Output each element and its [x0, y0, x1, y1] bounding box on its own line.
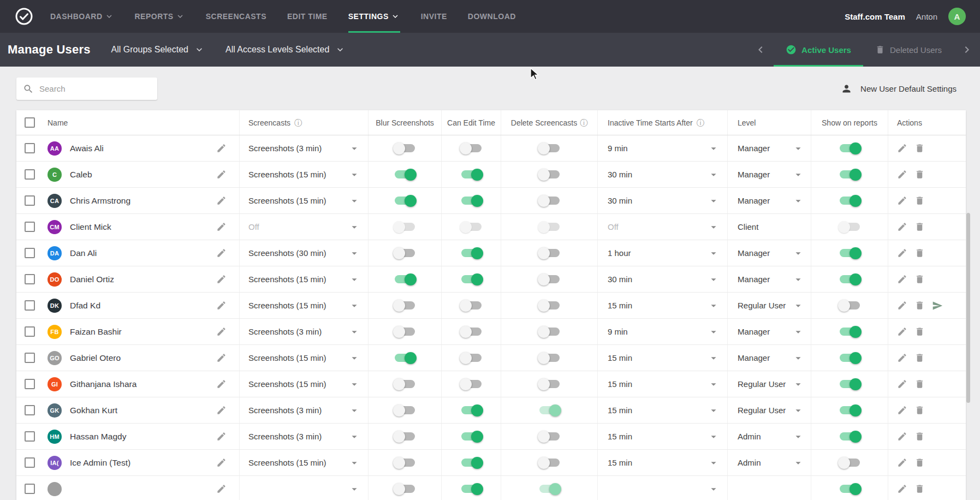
- edit-name-icon[interactable]: [216, 405, 227, 415]
- info-icon[interactable]: ⓘ: [697, 119, 704, 127]
- can-edit-time-toggle[interactable]: [461, 380, 482, 388]
- inactive-time-dropdown[interactable]: 30 min: [597, 188, 727, 213]
- row-checkbox[interactable]: [25, 326, 35, 337]
- row-checkbox[interactable]: [25, 484, 35, 494]
- row-checkbox[interactable]: [25, 379, 35, 389]
- inactive-time-dropdown[interactable]: Off: [597, 214, 727, 240]
- nav-item-invite[interactable]: INVITE: [421, 0, 447, 33]
- edit-name-icon[interactable]: [216, 222, 227, 232]
- edit-name-icon[interactable]: [216, 143, 227, 153]
- level-dropdown[interactable]: Manager: [727, 162, 811, 187]
- delete-user-icon[interactable]: [914, 326, 925, 337]
- screencasts-dropdown[interactable]: Off: [239, 214, 368, 240]
- screencasts-dropdown[interactable]: Screenshots (3 min): [239, 135, 368, 161]
- team-name[interactable]: Staff.com Team: [845, 12, 905, 21]
- screencasts-dropdown[interactable]: Screenshots (15 min): [239, 266, 368, 292]
- nav-item-download[interactable]: DOWNLOAD: [468, 0, 516, 33]
- edit-user-icon[interactable]: [897, 169, 907, 180]
- level-dropdown[interactable]: Manager: [727, 319, 811, 344]
- show-on-reports-toggle[interactable]: [840, 249, 860, 257]
- inactive-time-dropdown[interactable]: 9 min: [597, 135, 727, 161]
- can-edit-time-toggle[interactable]: [461, 197, 482, 205]
- row-checkbox[interactable]: [25, 195, 35, 206]
- can-edit-time-toggle[interactable]: [461, 406, 482, 414]
- edit-name-icon[interactable]: [216, 353, 227, 363]
- show-on-reports-toggle[interactable]: [840, 301, 860, 309]
- blur-screenshots-toggle[interactable]: [395, 406, 415, 414]
- current-user-name[interactable]: Anton: [916, 12, 937, 21]
- delete-user-icon[interactable]: [914, 300, 925, 311]
- info-icon[interactable]: ⓘ: [580, 119, 587, 127]
- screencasts-dropdown[interactable]: Screenshots (15 min): [239, 345, 368, 371]
- show-on-reports-toggle[interactable]: [840, 380, 860, 388]
- screencasts-dropdown[interactable]: Screenshots (3 min): [239, 319, 368, 344]
- app-logo[interactable]: [14, 0, 34, 33]
- screencasts-dropdown[interactable]: Screenshots (15 min): [239, 371, 368, 397]
- inactive-time-dropdown[interactable]: [597, 476, 727, 500]
- blur-screenshots-toggle[interactable]: [395, 197, 415, 205]
- blur-screenshots-toggle[interactable]: [395, 459, 415, 467]
- inactive-time-dropdown[interactable]: 15 min: [597, 450, 727, 475]
- show-on-reports-toggle[interactable]: [840, 485, 860, 493]
- edit-name-icon[interactable]: [216, 484, 227, 494]
- edit-user-icon[interactable]: [897, 222, 907, 232]
- edit-name-icon[interactable]: [216, 379, 227, 389]
- can-edit-time-toggle[interactable]: [461, 223, 482, 231]
- can-edit-time-toggle[interactable]: [461, 170, 482, 178]
- nav-item-reports[interactable]: REPORTS: [135, 0, 185, 33]
- nav-item-settings[interactable]: SETTINGS: [348, 0, 400, 33]
- show-on-reports-toggle[interactable]: [840, 328, 860, 336]
- show-on-reports-toggle[interactable]: [840, 354, 860, 362]
- nav-item-edit-time[interactable]: EDIT TIME: [287, 0, 328, 33]
- edit-name-icon[interactable]: [216, 300, 227, 311]
- edit-user-icon[interactable]: [897, 300, 907, 311]
- show-on-reports-toggle[interactable]: [840, 223, 860, 231]
- delete-screencasts-toggle[interactable]: [539, 301, 560, 309]
- delete-screencasts-toggle[interactable]: [539, 380, 560, 388]
- level-dropdown[interactable]: Manager: [727, 240, 811, 266]
- blur-screenshots-toggle[interactable]: [395, 249, 415, 257]
- inactive-time-dropdown[interactable]: 15 min: [597, 397, 727, 423]
- can-edit-time-toggle[interactable]: [461, 144, 482, 152]
- level-dropdown[interactable]: [727, 476, 811, 500]
- delete-user-icon[interactable]: [914, 195, 925, 206]
- delete-user-icon[interactable]: [914, 484, 925, 494]
- delete-screencasts-toggle[interactable]: [539, 406, 560, 414]
- blur-screenshots-toggle[interactable]: [395, 144, 415, 152]
- screencasts-dropdown[interactable]: [239, 476, 368, 500]
- blur-screenshots-toggle[interactable]: [395, 328, 415, 336]
- delete-user-icon[interactable]: [914, 222, 925, 232]
- delete-user-icon[interactable]: [914, 353, 925, 363]
- screencasts-dropdown[interactable]: Screenshots (15 min): [239, 188, 368, 213]
- level-dropdown[interactable]: Admin: [727, 450, 811, 475]
- edit-user-icon[interactable]: [897, 248, 907, 258]
- delete-user-icon[interactable]: [914, 169, 925, 180]
- edit-name-icon[interactable]: [216, 457, 227, 468]
- level-dropdown[interactable]: Regular User: [727, 397, 811, 423]
- row-checkbox[interactable]: [25, 405, 35, 415]
- delete-screencasts-toggle[interactable]: [539, 249, 560, 257]
- tab-deleted-users[interactable]: Deleted Users: [863, 33, 954, 67]
- select-all-checkbox[interactable]: [25, 117, 35, 128]
- can-edit-time-toggle[interactable]: [461, 301, 482, 309]
- delete-screencasts-toggle[interactable]: [539, 432, 560, 441]
- edit-name-icon[interactable]: [216, 431, 227, 442]
- blur-screenshots-toggle[interactable]: [395, 223, 415, 231]
- inactive-time-dropdown[interactable]: 30 min: [597, 162, 727, 187]
- delete-user-icon[interactable]: [914, 457, 925, 468]
- edit-name-icon[interactable]: [216, 169, 227, 180]
- edit-user-icon[interactable]: [897, 405, 907, 415]
- edit-user-icon[interactable]: [897, 353, 907, 363]
- tabs-prev-arrow[interactable]: [747, 33, 774, 67]
- screencasts-dropdown[interactable]: Screenshots (3 min): [239, 397, 368, 423]
- level-dropdown[interactable]: Regular User: [727, 371, 811, 397]
- nav-item-screencasts[interactable]: SCREENCASTS: [206, 0, 266, 33]
- level-dropdown[interactable]: Manager: [727, 188, 811, 213]
- inactive-time-dropdown[interactable]: 1 hour: [597, 240, 727, 266]
- show-on-reports-toggle[interactable]: [840, 170, 860, 178]
- show-on-reports-toggle[interactable]: [840, 459, 860, 467]
- edit-name-icon[interactable]: [216, 326, 227, 337]
- can-edit-time-toggle[interactable]: [461, 459, 482, 467]
- blur-screenshots-toggle[interactable]: [395, 354, 415, 362]
- inactive-time-dropdown[interactable]: 15 min: [597, 345, 727, 371]
